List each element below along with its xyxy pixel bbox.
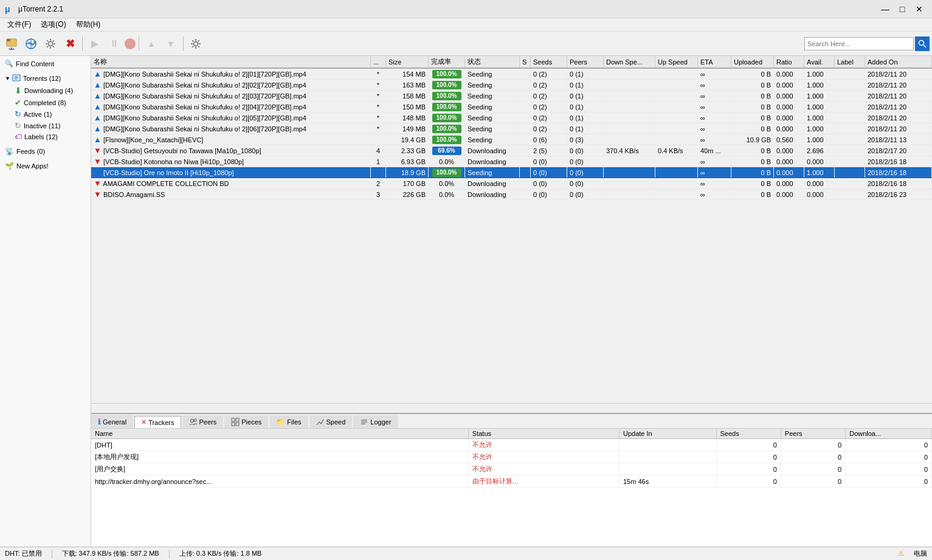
- horizontal-scrollbar[interactable]: [91, 403, 932, 413]
- menu-options[interactable]: 选项(O): [36, 18, 71, 31]
- table-row[interactable]: ▲ [DMG][Kono Subarashii Sekai ni Shukufu…: [91, 123, 932, 134]
- col-size[interactable]: Size: [386, 56, 429, 68]
- tracker-row[interactable]: http://tracker.dmhy.org/announce?sec... …: [91, 475, 932, 488]
- col-status[interactable]: 状态: [465, 56, 520, 68]
- col-name[interactable]: 名称: [91, 56, 371, 68]
- table-row[interactable]: ▲ [DMG][Kono Subarashii Sekai ni Shukufu…: [91, 102, 932, 112]
- cell-uploaded: 0 B: [731, 178, 774, 189]
- col-up-speed[interactable]: Up Speed: [655, 56, 698, 68]
- preferences-button[interactable]: [41, 35, 60, 53]
- minimize-button[interactable]: —: [877, 3, 893, 15]
- col-seeds[interactable]: Seeds: [531, 56, 567, 68]
- pieces-icon: [231, 418, 240, 426]
- tracker-row[interactable]: [DHT] 不允许 0 0 0: [91, 439, 932, 451]
- tracker-seeds: 0: [716, 463, 781, 475]
- cell-status: Seeding: [465, 134, 520, 145]
- downloading-label: Downloading (4): [24, 87, 73, 94]
- sidebar-item-inactive[interactable]: ↻ Inactive (11): [0, 120, 91, 131]
- cell-up-speed: [655, 178, 698, 189]
- table-row[interactable]: ▲ [DMG][Kono Subarashii Sekai ni Shukufu…: [91, 112, 932, 123]
- table-row[interactable]: ▲ [DMG][Kono Subarashii Sekai ni Shukufu…: [91, 91, 932, 102]
- cell-progress: 100.0%: [429, 68, 465, 80]
- labels-label: Labels (12): [24, 133, 58, 140]
- torrent-list-container[interactable]: 名称 ... Size 完成率 状态 S Seeds Peers Down Sp…: [91, 56, 932, 403]
- col-priority[interactable]: ...: [371, 56, 386, 68]
- remove-button[interactable]: ✖: [61, 35, 79, 53]
- find-content-button[interactable]: 🔍 Find Content: [0, 58, 91, 69]
- tab-trackers[interactable]: ✕ Trackers: [134, 416, 181, 428]
- extra-options-button[interactable]: [187, 35, 205, 53]
- add-url-button[interactable]: [22, 35, 40, 53]
- table-row[interactable]: ▲ [DMG][Kono Subarashii Sekai ni Shukufu…: [91, 68, 932, 80]
- cell-status: Seeding: [465, 91, 520, 102]
- torrent-name: [DMG][Kono Subarashii Sekai ni Shukufuku…: [103, 92, 306, 100]
- col-s[interactable]: S: [520, 56, 531, 68]
- cell-down-speed: [604, 123, 655, 134]
- cell-progress: 100.0%: [429, 123, 465, 134]
- tab-peers[interactable]: Peers: [182, 415, 224, 428]
- sidebar-item-feeds[interactable]: 📡 Feeds (0): [0, 146, 91, 157]
- cell-s: [520, 167, 531, 178]
- sidebar-item-active[interactable]: ↻ Active (1): [0, 108, 91, 120]
- cell-size: 18.9 GB: [386, 167, 429, 178]
- pause-button[interactable]: ⏸: [105, 35, 123, 53]
- move-down-button[interactable]: ▼: [162, 35, 180, 53]
- cell-label: [835, 112, 865, 123]
- tab-general[interactable]: ℹ General: [91, 415, 133, 428]
- stop-button[interactable]: [125, 38, 136, 49]
- col-uploaded[interactable]: Uploaded: [731, 56, 774, 68]
- col-progress[interactable]: 完成率: [429, 56, 465, 68]
- cell-down-speed: [604, 80, 655, 91]
- table-row[interactable]: ▼ AMAGAMI COMPLETE COLLECTION BD 2 170 G…: [91, 178, 932, 189]
- table-row[interactable]: ▼ [VCB-Studio] Kotonoha no Niwa [Hi10p_1…: [91, 156, 932, 167]
- col-peers[interactable]: Peers: [567, 56, 604, 68]
- tab-pieces[interactable]: Pieces: [224, 415, 268, 428]
- content-area: 名称 ... Size 完成率 状态 S Seeds Peers Down Sp…: [91, 56, 932, 547]
- maximize-button[interactable]: □: [894, 3, 910, 15]
- col-eta[interactable]: ETA: [698, 56, 731, 68]
- up-arrow-icon: ▲: [94, 135, 102, 144]
- start-button[interactable]: ▶: [86, 35, 104, 53]
- move-up-button[interactable]: ▲: [142, 35, 161, 53]
- sidebar-item-new-apps[interactable]: 🌱 New Apps!: [0, 161, 91, 171]
- warning-icon: ⚠: [898, 550, 904, 558]
- menu-file[interactable]: 文件(F): [2, 18, 36, 31]
- sidebar-item-labels[interactable]: 🏷 Labels (12): [0, 131, 91, 142]
- cell-added: 2018/2/16 18: [865, 156, 932, 167]
- search-button[interactable]: [915, 36, 930, 51]
- add-torrent-button[interactable]: [2, 35, 21, 53]
- tracker-update: [619, 463, 716, 475]
- search-input[interactable]: [804, 37, 914, 50]
- cell-name: ▲ [DMG][Kono Subarashii Sekai ni Shukufu…: [91, 123, 371, 134]
- tracker-row[interactable]: [本地用户发现] 不允许 0 0 0: [91, 451, 932, 463]
- menu-help[interactable]: 帮助(H): [71, 18, 106, 31]
- cell-eta: ∞: [698, 167, 731, 178]
- cell-peers: 0 (1): [567, 91, 604, 102]
- col-down-speed[interactable]: Down Spe...: [604, 56, 655, 68]
- col-avail[interactable]: Avail.: [804, 56, 835, 68]
- sidebar: 🔍 Find Content ▼ Torrents (12) ⬇ Downloa…: [0, 56, 91, 547]
- table-row[interactable]: ▲ [VCB-Studio] Ore no Imoto II [Hi10p_10…: [91, 167, 932, 178]
- table-row[interactable]: ▼ [VCB-Studio] Getsuyoubi no Tawawa [Ma1…: [91, 145, 932, 156]
- table-row[interactable]: ▲ [Flsnow][Koe_no_Katachi][HEVC] 19.4 GB…: [91, 134, 932, 145]
- col-ratio[interactable]: Ratio: [774, 56, 804, 68]
- cell-size: 19.4 GB: [386, 134, 429, 145]
- tab-files[interactable]: 📁 Files: [269, 415, 308, 428]
- sidebar-item-torrents[interactable]: ▼ Torrents (12): [0, 72, 91, 85]
- tab-logger[interactable]: Logger: [353, 415, 398, 428]
- col-label[interactable]: Label: [835, 56, 865, 68]
- table-row[interactable]: ▼ BDISO.Amagami.SS 3 226 GB 0.0% Downloa…: [91, 189, 932, 200]
- svg-point-14: [190, 420, 193, 423]
- col-added[interactable]: Added On: [865, 56, 932, 68]
- tracker-seeds: 0: [716, 475, 781, 488]
- sidebar-item-downloading[interactable]: ⬇ Downloading (4): [0, 85, 91, 97]
- sidebar-item-completed[interactable]: ✔ Completed (8): [0, 97, 91, 108]
- tracker-update: [619, 439, 716, 451]
- cell-label: [835, 80, 865, 91]
- close-button[interactable]: ✕: [911, 3, 927, 15]
- table-row[interactable]: ▲ [DMG][Kono Subarashii Sekai ni Shukufu…: [91, 80, 932, 91]
- tracker-row[interactable]: [用户交换] 不允许 0 0 0: [91, 463, 932, 475]
- progress-bar: 100.0%: [432, 168, 461, 177]
- tab-speed[interactable]: Speed: [309, 415, 353, 428]
- cell-down-speed: [604, 178, 655, 189]
